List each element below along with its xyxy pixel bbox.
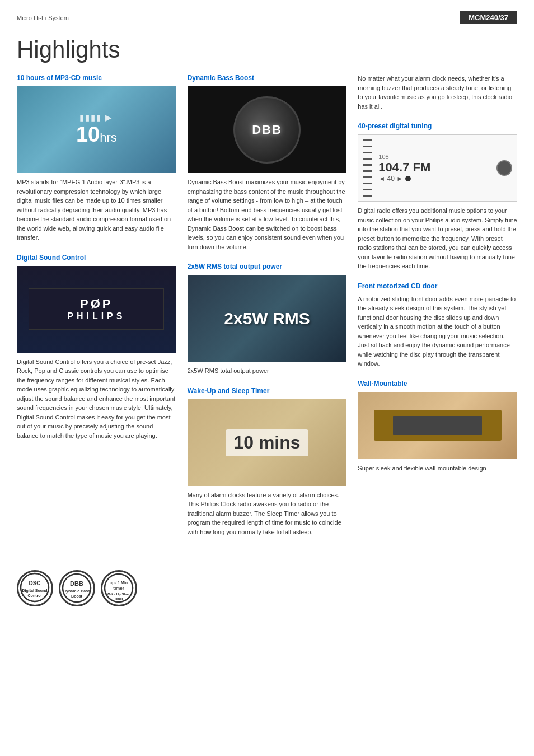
tuner-knob [496, 160, 512, 176]
section-front-door: Front motorized CD door A motorized slid… [358, 282, 517, 368]
section-door-body: A motorized sliding front door adds even… [358, 295, 517, 368]
wall-shelf [374, 410, 502, 441]
section-dbb: Dynamic Bass Boost DBB Dynamic Bass Boos… [188, 74, 347, 251]
section-mp3cd-title: 10 hours of MP3-CD music [17, 74, 176, 82]
section-tuning-title: 40-preset digital tuning [358, 122, 517, 130]
dsc-mode-label: PØP [35, 297, 158, 311]
svg-text:Control: Control [28, 594, 42, 598]
svg-text:DBB: DBB [70, 580, 83, 587]
svg-text:Dynamic Bass: Dynamic Bass [63, 589, 90, 594]
station-preset: ◄ 40 ► [378, 175, 512, 183]
section-dsc: Digital Sound Control PØP PHILIPS Digita… [17, 254, 176, 441]
svg-text:timer: timer [113, 586, 124, 591]
col-mid: Dynamic Bass Boost DBB Dynamic Bass Boos… [188, 74, 347, 548]
station-freq: 104.7 FM [378, 160, 512, 175]
section-tuning-body: Digital radio offers you additional musi… [358, 206, 517, 271]
section-digital-tuning: 40-preset digital tuning [358, 122, 517, 271]
section-wall: Wall-Mountable Super sleek and flexible … [358, 380, 517, 473]
badge-dsc: DSC Digital Sound Control [17, 570, 53, 606]
dbb-circle: DBB [233, 96, 301, 164]
radio-bar [363, 176, 372, 178]
section-wakeup-title: Wake-Up and Sleep Timer [188, 387, 347, 395]
footer-badges: DSC Digital Sound Control DBB Dynamic Ba… [17, 564, 517, 606]
section-wakeup-body: Many of alarm clocks feature a variety o… [188, 491, 347, 537]
col-left: 10 hours of MP3-CD music ▮▮▮▮ ▶ 10hrs MP… [17, 74, 176, 548]
model-badge: MCM240/37 [460, 11, 517, 24]
alarm-body: No matter what your alarm clock needs, w… [358, 74, 517, 111]
svg-text:Digital Sound: Digital Sound [22, 589, 47, 593]
radio-bar [363, 164, 372, 166]
dsc-badge-icon: DSC Digital Sound Control [20, 572, 50, 605]
badge-timer: up / 1 Min timer Wake Up Sleep Timer [101, 570, 137, 606]
tuning-image: 108 104.7 FM ◄ 40 ► [358, 134, 517, 202]
station-number: 108 [378, 153, 512, 160]
dbb-badge-svg: DBB Dynamic Bass Boost [62, 573, 92, 604]
svg-text:Timer: Timer [114, 597, 124, 600]
product-line: Micro Hi-Fi System [17, 15, 69, 21]
section-dbb-image: DBB [188, 86, 347, 173]
10hrs-text: 10hrs [76, 123, 117, 147]
timer-badge-svg: up / 1 Min timer Wake Up Sleep Timer [104, 573, 134, 604]
radio-content: 108 104.7 FM ◄ 40 ► [363, 153, 512, 183]
section-wall-body: Super sleek and flexible wall-mountable … [358, 464, 517, 473]
svg-text:up / 1 Min: up / 1 Min [110, 581, 128, 585]
header: Micro Hi-Fi System MCM240/37 [17, 11, 517, 24]
section-door-title: Front motorized CD door [358, 282, 517, 290]
section-dsc-body: Digital Sound Control offers you a choic… [17, 357, 176, 441]
section-dbb-body: Dynamic Bass Boost maximizes your music … [188, 178, 347, 251]
radio-bar [363, 170, 372, 172]
section-timer-image: 10 mins [188, 399, 347, 486]
wall-image [358, 392, 517, 459]
header-divider [17, 30, 517, 30]
page-title: Highlights [17, 37, 517, 63]
radio-dot-icon [405, 176, 411, 181]
radio-bar [363, 195, 372, 197]
section-wall-title: Wall-Mountable [358, 380, 517, 388]
dbb-text: DBB [252, 123, 282, 137]
section-mp3cd: 10 hours of MP3-CD music ▮▮▮▮ ▶ 10hrs MP… [17, 74, 176, 242]
timer-text: 10 mins [226, 429, 308, 456]
page: Micro Hi-Fi System MCM240/37 Highlights … [0, 0, 534, 756]
section-rms-title: 2x5W RMS total output power [188, 263, 347, 270]
section-dsc-image: PØP PHILIPS [17, 266, 176, 353]
dsc-badge-svg: DSC Digital Sound Control [20, 572, 50, 603]
dsc-brand-label: PHILIPS [35, 311, 158, 321]
content-grid: 10 hours of MP3-CD music ▮▮▮▮ ▶ 10hrs MP… [17, 74, 517, 548]
section-rms-image: 2x5W RMS [188, 275, 347, 362]
svg-text:Boost: Boost [71, 594, 83, 598]
radio-bar [363, 189, 372, 190]
section-mp3cd-image: ▮▮▮▮ ▶ 10hrs [17, 86, 176, 173]
section-rms: 2x5W RMS total output power 2x5W RMS 2x5… [188, 263, 347, 376]
section-mp3cd-body: MP3 stands for "MPEG 1 Audio layer-3".MP… [17, 178, 176, 242]
badge-dbb: DBB Dynamic Bass Boost [59, 570, 95, 606]
svg-text:Wake Up Sleep: Wake Up Sleep [107, 592, 131, 596]
radio-bar [363, 152, 372, 153]
section-alarm-text: No matter what your alarm clock needs, w… [358, 74, 517, 111]
radio-bars [363, 139, 372, 197]
section-dbb-title: Dynamic Bass Boost [188, 74, 347, 82]
radio-bar [363, 146, 372, 147]
section-dsc-title: Digital Sound Control [17, 254, 176, 262]
svg-text:DSC: DSC [29, 580, 40, 586]
radio-bar [363, 139, 372, 141]
section-rms-caption: 2x5W RMS total output power [188, 366, 347, 376]
radio-bar [363, 158, 372, 160]
rms-text: 2x5W RMS [224, 309, 310, 328]
section-wakeup: Wake-Up and Sleep Timer 10 mins Many of … [188, 387, 347, 537]
col-right: No matter what your alarm clock needs, w… [358, 74, 517, 548]
radio-bar [363, 183, 372, 184]
wall-unit [393, 416, 482, 435]
